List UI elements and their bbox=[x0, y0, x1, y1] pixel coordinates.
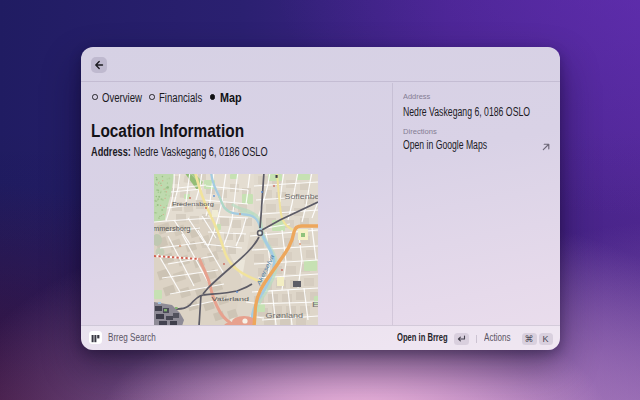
svg-text:Sofienber: Sofienber bbox=[285, 192, 319, 201]
svg-text:Fredensborg: Fredensborg bbox=[172, 200, 215, 207]
svg-text:En: En bbox=[312, 300, 318, 309]
svg-text:mmersborg: mmersborg bbox=[154, 225, 191, 233]
svg-text:Vaterland: Vaterland bbox=[212, 295, 250, 302]
svg-text:Grønland: Grønland bbox=[266, 311, 304, 320]
